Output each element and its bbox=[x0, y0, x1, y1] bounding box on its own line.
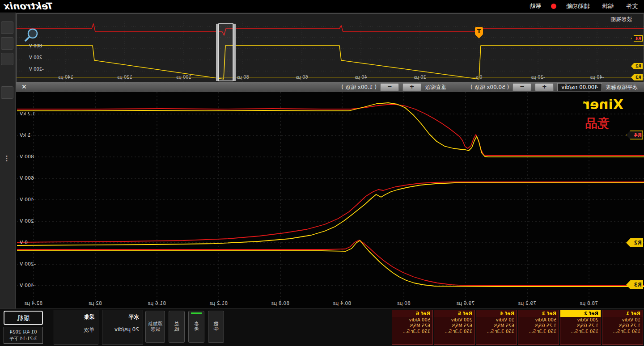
overview-time-label: -40 µs bbox=[590, 75, 604, 80]
overview-scale-label: 200 V bbox=[29, 55, 52, 60]
vertical-zoom-label: 垂直缩放 bbox=[425, 84, 446, 91]
settings-bar: Ref 110 V/div1.25 GS/s150-3.3r-5...Ref 2… bbox=[0, 308, 644, 346]
ref-badge-2[interactable]: Ref 2200 V/div1.25 GS/s150-3.3r-5... bbox=[560, 310, 601, 345]
add-button-label: 参考 bbox=[194, 321, 199, 332]
vertical-zoom-out-button[interactable]: − bbox=[380, 83, 399, 91]
vertical-zoom-in-button[interactable]: + bbox=[402, 83, 421, 91]
acquisition-panel[interactable]: 采集 单次 bbox=[54, 310, 98, 345]
main-plot bbox=[17, 92, 644, 308]
horizontal-zoom-scale-value[interactable]: 400.00 ns/div bbox=[557, 83, 602, 91]
horizontal-zoom-factor: ( 50.00x 缩放 ) bbox=[470, 84, 509, 91]
math-button[interactable]: 数学 bbox=[208, 311, 224, 343]
ref-badge-6[interactable]: Ref 6500 A/div625 MS/s150-3.3r-5... bbox=[392, 310, 433, 345]
main-voltage-label: 1 kV bbox=[20, 132, 47, 138]
ref-badge-title: Ref 4 bbox=[476, 310, 517, 317]
menu-help[interactable]: 帮助 bbox=[523, 0, 547, 13]
ref-badge-detail: 150-3.3r-5... bbox=[518, 329, 559, 334]
overview-scale-label: 800 V bbox=[29, 43, 52, 48]
main-voltage-label: 800 V bbox=[20, 154, 47, 160]
overview-time-label: 100 µs bbox=[176, 75, 191, 80]
main-voltage-label: 200 V bbox=[20, 218, 47, 224]
main-time-label: 81.2 µs bbox=[210, 300, 228, 306]
main-voltage-label: 400 V bbox=[20, 197, 47, 203]
ref-badge-title: Ref 3 bbox=[518, 310, 559, 317]
results-bar-button-3[interactable] bbox=[1, 53, 13, 65]
zoom-toolbar: 水平缩放标度 400.00 ns/div + − ( 50.00x 缩放 ) 垂… bbox=[16, 82, 644, 92]
horizontal-zoom-in-button[interactable]: + bbox=[535, 83, 554, 91]
main-time-label: 82.4 µs bbox=[25, 300, 43, 306]
results-bar-button-2[interactable] bbox=[1, 37, 13, 50]
ref-badge-detail: 150-3.3r-5... bbox=[602, 329, 643, 334]
add-button-label: 总线 bbox=[174, 321, 180, 332]
results-bar-button-4[interactable] bbox=[1, 86, 13, 99]
corner-button[interactable]: 版机 bbox=[4, 311, 43, 325]
reference-button[interactable]: 参考 bbox=[188, 311, 204, 343]
horizontal-zoom-out-button[interactable]: − bbox=[513, 83, 531, 91]
overview-scale-label: -200 V bbox=[29, 67, 52, 72]
ref-badge-5[interactable]: Ref 5200 V/div625 MS/s150-3.3r-5... bbox=[434, 310, 475, 345]
menu-file[interactable]: 文件 bbox=[620, 0, 644, 13]
ref-badge-detail: 1.25 GS/s bbox=[518, 323, 559, 329]
waveform-overview-panel[interactable]: T 波形视图 -40 µs-20 µs0 s20 µs40 µs60 µs80 … bbox=[16, 13, 644, 82]
zoom-tool-icon[interactable] bbox=[25, 29, 37, 41]
add-new-waveform-button[interactable]: 添加新波形 bbox=[145, 311, 165, 343]
tektronix-logo: Tektronix bbox=[4, 0, 54, 13]
main-time-label: 78.8 µs bbox=[580, 300, 598, 306]
ref-badge-detail: 1.25 GS/s bbox=[602, 323, 643, 329]
acquisition-panel-title: 采集 bbox=[54, 310, 98, 321]
svg-text:T: T bbox=[477, 28, 481, 34]
horizontal-zoom-scale-label: 水平缩放标度 bbox=[606, 84, 638, 91]
ref-badge-1[interactable]: Ref 110 V/div1.25 GS/s150-3.3r-5... bbox=[602, 310, 643, 345]
date-label: 01 4月 2024 bbox=[4, 329, 42, 335]
ref-badge-title: Ref 1 bbox=[602, 310, 643, 317]
main-time-label: 79.6 µs bbox=[457, 300, 475, 306]
watermark-brand: Xiner bbox=[583, 97, 623, 112]
main-time-label: 80 µs bbox=[397, 300, 411, 306]
ref-badge-detail: 150-3.3r-5... bbox=[392, 329, 432, 334]
ref-badge-detail: 150-3.3r-5... bbox=[476, 329, 517, 334]
close-zoom-button[interactable]: ✕ bbox=[21, 83, 27, 90]
ref-badge-detail: 200 V/div bbox=[560, 317, 601, 323]
overview-time-label: 20 µs bbox=[414, 75, 426, 80]
bus-button[interactable]: 总线 bbox=[169, 311, 185, 343]
overview-time-label: 140 µs bbox=[58, 75, 73, 80]
acquisition-panel-value: 单次 bbox=[54, 321, 98, 334]
menu-edit[interactable]: 编辑 bbox=[596, 0, 620, 13]
panel-drag-handle[interactable]: ⋮ bbox=[3, 154, 10, 163]
main-voltage-label: 0 V bbox=[20, 240, 47, 245]
main-voltage-label: -400 V bbox=[20, 283, 47, 288]
time-label: 3:21:14 下午 bbox=[4, 335, 42, 342]
results-bar-button-1[interactable] bbox=[1, 21, 13, 34]
ref-badge-detail: 10 V/div bbox=[602, 317, 643, 323]
results-bar: ⋮ bbox=[0, 13, 16, 308]
horizontal-panel[interactable]: 水平 20 µs/div bbox=[102, 310, 143, 345]
main-time-label: 80.4 µs bbox=[333, 300, 352, 306]
main-grid bbox=[17, 92, 644, 308]
trigger-marker[interactable]: T bbox=[475, 27, 483, 38]
watermark-competitor: 竞品 bbox=[585, 115, 609, 131]
ref-badge-detail: 150-3.3r-5... bbox=[434, 329, 475, 334]
main-time-label: 79.2 µs bbox=[518, 300, 537, 306]
overview-plot: T bbox=[17, 14, 644, 82]
overview-time-label: 120 µs bbox=[117, 75, 132, 80]
zoom-waveform-view[interactable]: Xiner 竞品 78.8 µs79.2 µs79.6 µs80 µs80.4 … bbox=[16, 92, 644, 308]
main-time-label: 81.6 µs bbox=[148, 300, 166, 306]
menu-utility[interactable]: 辅助功能 bbox=[560, 0, 596, 13]
ref-badge-title: Ref 6 bbox=[392, 310, 432, 317]
menu-bar: 文件 编辑 辅助功能 帮助 Tektronix bbox=[0, 0, 644, 13]
overview-grid bbox=[17, 21, 644, 82]
ref-badge-detail: 625 MS/s bbox=[434, 323, 475, 329]
ref-badge-detail: 150-3.3r-5... bbox=[560, 329, 601, 334]
overview-time-label: -20 µs bbox=[531, 75, 545, 80]
waveform-view-title: 波形视图 bbox=[610, 16, 632, 23]
add-button-label: 添加新波形 bbox=[147, 321, 163, 332]
add-button-label: 数学 bbox=[213, 321, 219, 332]
ref-badge-detail: 200 V/div bbox=[434, 317, 475, 323]
active-led-icon bbox=[191, 312, 202, 314]
ref-badge-4[interactable]: Ref 410 V/div625 MS/s150-3.3r-5... bbox=[476, 310, 517, 345]
ref-badge-3[interactable]: Ref 3500 A/div1.25 GS/s150-3.3r-5... bbox=[518, 310, 559, 345]
ref-badge-detail: 1.25 GS/s bbox=[560, 323, 601, 329]
main-time-label: 82 µs bbox=[89, 300, 102, 306]
zoom-window[interactable] bbox=[216, 24, 236, 81]
tekscope-window: 文件 编辑 辅助功能 帮助 Tektronix T 波形视图 bbox=[0, 0, 644, 346]
